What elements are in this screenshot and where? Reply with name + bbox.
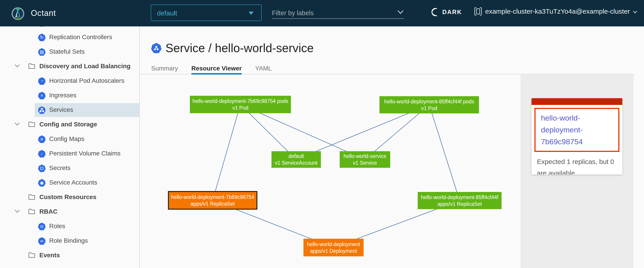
graph-node-deploy[interactable]: hello-world-deploymentapps/v1 Deployment <box>304 239 364 256</box>
sidebar-nav: ▣Replica Sets↻Replication Controllers▤St… <box>0 0 140 268</box>
sidebar-item-label: Discovery and Load Balancing <box>39 63 130 70</box>
node-label: default <box>288 153 304 160</box>
dark-theme-label: DARK <box>442 9 462 16</box>
chevron-down-icon[interactable] <box>397 10 404 14</box>
sidebar-item-custom-resources[interactable]: Custom Resources <box>0 190 140 204</box>
services-icon <box>38 106 46 114</box>
app-name: Octant <box>31 8 56 18</box>
dropdown-caret-icon <box>249 12 254 15</box>
sidebar-item-service-accounts[interactable]: ◉Service Accounts <box>0 176 140 190</box>
sidebar-item-label: Services <box>49 106 73 114</box>
tab-summary[interactable]: Summary <box>151 60 178 74</box>
horizontal-pod-autoscalers-icon: ◔ <box>38 77 46 85</box>
label-filter-input[interactable]: Filter by labels <box>272 4 404 19</box>
sidebar-item-config-maps[interactable]: ≡Config Maps <box>0 132 140 146</box>
detail-panel: hello-world-deployment-7b69c98754 Expect… <box>520 74 634 268</box>
sidebar-item-label: Events <box>39 252 60 259</box>
folder-icon <box>28 252 35 259</box>
dark-theme-toggle[interactable]: DARK <box>432 8 462 16</box>
resource-link[interactable]: hello-world-deployment-7b69c98754 <box>541 112 617 148</box>
node-sublabel: apps/v1 ReplicaSet <box>438 201 482 208</box>
sidebar-item-roles[interactable]: ⊙Roles <box>0 220 140 233</box>
chevron-down-icon <box>632 10 638 14</box>
alert-message: Expected 1 replicas, but 0 are available <box>532 152 622 174</box>
namespace-dropdown[interactable]: default <box>151 4 262 21</box>
config-maps-icon: ≡ <box>38 135 46 143</box>
sidebar-item-role-bindings[interactable]: ∞Role Bindings <box>0 234 140 248</box>
edge-pod1-rs1 <box>213 104 240 200</box>
secrets-icon: ⊡ <box>38 164 46 172</box>
sidebar-item-label: Service Accounts <box>49 179 97 186</box>
sidebar-item-horizontal-pod-autoscalers[interactable]: ◔Horizontal Pod Autoscalers <box>0 74 140 88</box>
namespace-value: default <box>157 10 177 17</box>
tab-yaml[interactable]: YAML <box>255 60 272 74</box>
top-header: Octant default Filter by labels DARK exa… <box>0 0 644 26</box>
node-label: hello-world-deployment-85ff4cf44f <box>421 194 498 201</box>
cluster-selector[interactable]: example-cluster-ka3TuTzYo4a@example-clus… <box>474 7 638 16</box>
role-bindings-icon: ∞ <box>38 237 46 245</box>
sidebar-item-config-and-storage[interactable]: Config and Storage <box>0 118 140 132</box>
node-label: hello-world-service <box>344 153 386 160</box>
graph-node-svc[interactable]: hello-world-servicev1 Service <box>340 151 390 168</box>
node-label: hello-world-deployment-7b69c98754 <box>171 194 254 200</box>
node-sublabel: v1 Pod <box>421 105 438 112</box>
node-label: hello-world-deployment-7b69c98754 pods <box>192 98 288 104</box>
persistent-volume-claims-icon: ◌ <box>38 150 46 158</box>
sidebar-item-rbac[interactable]: RBAC <box>0 205 140 219</box>
node-label: hello-world-deployment <box>307 241 360 248</box>
selected-resource-box: hello-world-deployment-7b69c98754 <box>534 108 620 152</box>
sidebar-item-label: Custom Resources <box>39 194 96 201</box>
filter-underline <box>272 18 404 19</box>
cluster-icon <box>474 7 482 16</box>
page-title-row: Service / hello-world-service <box>151 41 314 55</box>
node-label: hello-world-deployment-85ff4cf44f pods <box>384 98 474 105</box>
cluster-name: example-cluster-ka3TuTzYo4a@example-clus… <box>485 8 630 15</box>
chevron-down-icon[interactable] <box>14 122 20 127</box>
folder-icon <box>28 208 35 216</box>
sidebar-item-label: Secrets <box>49 164 70 172</box>
sidebar-item-stateful-sets[interactable]: ▤Stateful Sets <box>0 45 140 59</box>
sidebar-item-label: Stateful Sets <box>49 48 85 55</box>
sidebar-item-label: Config Maps <box>49 135 84 142</box>
service-icon <box>151 43 162 53</box>
node-sublabel: apps/v1 Deployment <box>310 248 357 254</box>
folder-icon <box>28 194 35 201</box>
alert-status-bar <box>532 98 622 105</box>
sidebar-item-events[interactable]: Events <box>0 248 140 262</box>
sidebar-item-label: Replication Controllers <box>49 34 112 41</box>
tab-resource-viewer[interactable]: Resource Viewer <box>192 60 242 74</box>
node-sublabel: apps/v1 ReplicaSet <box>190 200 235 207</box>
chevron-down-icon[interactable] <box>14 209 20 214</box>
graph-node-pod2[interactable]: hello-world-deployment-85ff4cf44f podsv1… <box>380 96 479 114</box>
page-title: Service / hello-world-service <box>166 41 314 55</box>
graph-node-rs1[interactable]: hello-world-deployment-7b69c98754apps/v1… <box>168 191 258 210</box>
octant-logo-icon <box>11 6 25 20</box>
node-sublabel: v1 Service <box>353 160 377 166</box>
sidebar-item-label: Horizontal Pod Autoscalers <box>49 77 124 84</box>
replication-controllers-icon: ↻ <box>38 34 46 41</box>
sidebar-item-label: RBAC <box>39 208 58 215</box>
moon-icon <box>432 8 439 16</box>
folder-icon <box>28 63 35 70</box>
roles-icon: ⊙ <box>38 222 46 230</box>
sidebar-item-label: Persistent Volume Claims <box>49 150 120 157</box>
sidebar-item-services[interactable]: Services <box>0 103 140 117</box>
edge-pod2-rs2 <box>429 105 460 201</box>
tab-bar: SummaryResource ViewerYAML <box>151 60 272 74</box>
sidebar-item-discovery-and-load-balancing[interactable]: Discovery and Load Balancing <box>0 60 140 74</box>
ingresses-icon: × <box>38 92 46 99</box>
alert-card: hello-world-deployment-7b69c98754 Expect… <box>532 98 622 174</box>
sidebar-item-persistent-volume-claims[interactable]: ◌Persistent Volume Claims <box>0 147 140 160</box>
graph-node-pod1[interactable]: hello-world-deployment-7b69c98754 podsv1… <box>190 96 291 113</box>
sidebar-item-label: Config and Storage <box>39 121 97 128</box>
chevron-down-icon[interactable] <box>14 64 20 69</box>
sidebar-item-label: Ingresses <box>49 92 76 99</box>
graph-node-rs2[interactable]: hello-world-deployment-85ff4cf44fapps/v1… <box>418 192 502 209</box>
graph-node-sa[interactable]: defaultv1 ServiceAccount <box>272 151 321 168</box>
node-sublabel: v1 ServiceAccount <box>275 160 317 166</box>
sidebar-item-secrets[interactable]: ⊡Secrets <box>0 161 140 175</box>
sidebar-item-replication-controllers[interactable]: ↻Replication Controllers <box>0 30 140 44</box>
sidebar-item-ingresses[interactable]: ×Ingresses <box>0 88 140 102</box>
label-filter-placeholder: Filter by labels <box>272 10 314 17</box>
folder-icon <box>28 121 35 128</box>
